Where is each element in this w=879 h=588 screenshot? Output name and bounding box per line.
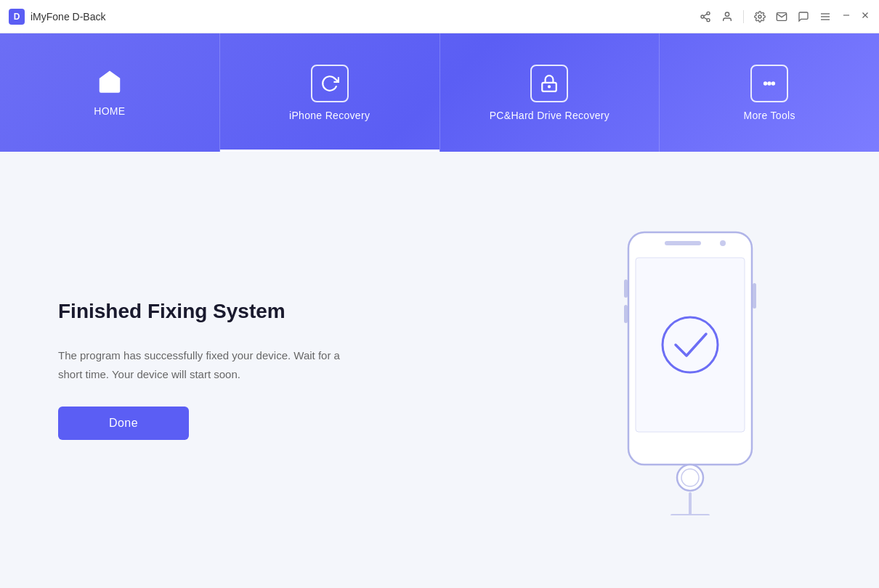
nav-label-home: HOME	[94, 105, 125, 117]
pc-harddrive-icon-border	[530, 65, 568, 102]
iphone-recovery-icon-border	[311, 65, 349, 102]
svg-point-6	[758, 15, 761, 18]
nav-bar: HOME iPhone Recovery PC&Hard Drive Recov…	[0, 33, 879, 152]
title-bar: D iMyFone D-Back	[0, 0, 879, 33]
window-controls	[841, 10, 870, 23]
svg-point-1	[701, 15, 704, 18]
divider	[743, 10, 744, 23]
main-content: Finished Fixing System The program has s…	[0, 152, 879, 588]
svg-line-3	[704, 17, 708, 20]
minimize-button[interactable]	[841, 10, 851, 23]
phone-illustration-container	[559, 225, 821, 515]
svg-point-2	[707, 18, 710, 21]
phone-illustration	[610, 225, 770, 515]
more-tools-icon-border	[750, 65, 788, 102]
svg-line-4	[704, 14, 708, 16]
share-icon[interactable]	[700, 11, 711, 23]
done-button[interactable]: Done	[58, 407, 189, 440]
nav-label-iphone-recovery: iPhone Recovery	[289, 110, 370, 121]
nav-item-more-tools[interactable]: More Tools	[660, 33, 879, 152]
close-button[interactable]	[860, 10, 870, 23]
svg-rect-20	[665, 241, 701, 245]
svg-rect-24	[624, 305, 628, 323]
app-title: iMyFone D-Back	[31, 11, 105, 23]
nav-item-iphone-recovery[interactable]: iPhone Recovery	[220, 33, 440, 152]
nav-label-pc-harddrive: PC&Hard Drive Recovery	[490, 110, 609, 121]
mail-icon[interactable]	[776, 11, 787, 23]
svg-rect-19	[636, 258, 745, 432]
menu-icon[interactable]	[819, 11, 831, 23]
app-logo: D	[9, 9, 25, 25]
title-bar-right	[700, 10, 870, 23]
svg-point-5	[725, 12, 729, 16]
finished-title: Finished Fixing System	[58, 300, 516, 323]
svg-point-17	[772, 82, 774, 84]
finished-description: The program has successfully fixed your …	[58, 346, 363, 383]
svg-point-16	[769, 82, 771, 84]
settings-icon[interactable]	[754, 11, 766, 23]
chat-icon[interactable]	[798, 11, 809, 23]
svg-point-15	[764, 82, 766, 84]
user-icon[interactable]	[721, 11, 733, 23]
svg-rect-22	[753, 283, 756, 309]
svg-rect-23	[624, 279, 628, 298]
title-bar-left: D iMyFone D-Back	[9, 9, 105, 25]
svg-point-21	[720, 240, 726, 246]
svg-point-0	[707, 12, 710, 15]
nav-item-pc-harddrive[interactable]: PC&Hard Drive Recovery	[440, 33, 660, 152]
svg-point-14	[548, 86, 550, 87]
nav-label-more-tools: More Tools	[744, 110, 795, 121]
home-icon	[97, 68, 123, 98]
content-left: Finished Fixing System The program has s…	[58, 300, 516, 440]
nav-item-home[interactable]: HOME	[0, 33, 220, 152]
